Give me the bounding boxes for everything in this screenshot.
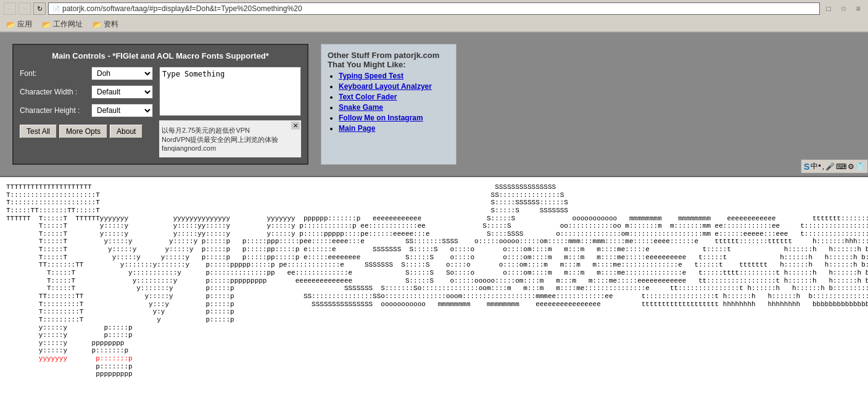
ascii-line-19: y:::::y p:::::p <box>6 324 133 331</box>
ascii-line-2: T:::::::::::::::::::::T SS::::::::::::::… <box>6 191 868 199</box>
font-row: Font: Doh <box>20 67 153 80</box>
char-height-row: Character Height : Default Full Fitted <box>20 104 153 117</box>
page-wrapper: TTTTTTTTTTTTTTTTTTTTT SSSSSSSSSSSSSSS <box>0 176 868 395</box>
page-icon: 📄 <box>52 6 60 12</box>
panel-title: Main Controls - *FIGlet and AOL Macro Fo… <box>20 51 301 60</box>
folder-icon-work: 📂 <box>42 20 51 29</box>
other-stuff-list: Typing Speed Test Keyboard Layout Analzy… <box>328 72 450 133</box>
bookmark-work-label: 工作网址 <box>53 19 83 30</box>
bookmark-data-label: 资料 <box>104 19 118 30</box>
ascii-line-5: TTTTTT T:::::T TTTTTTyyyyyyy yyyyyyyyyyy… <box>6 215 868 222</box>
ascii-line-8: T:::::T y:::::y y:::::y p:::::p p:::::pp… <box>6 238 868 245</box>
main-controls-panel: Main Controls - *FIGlet and AOL Macro Fo… <box>12 44 308 165</box>
instagram-link[interactable]: Follow Me on Instagram <box>339 114 423 122</box>
ascii-line-6: T:::::T y:::::y y:::::yy:::::y y:::::y p… <box>6 222 868 230</box>
ascii-line-20: y:::::y p:::::p <box>6 331 133 339</box>
other-stuff-panel: Other Stuff From patorjk.com That You Mi… <box>321 44 457 165</box>
ime-logo: S <box>804 162 809 172</box>
ascii-line-10: T:::::T y:::::y y:::::y p:::::p p:::::pp… <box>6 254 868 261</box>
ascii-line-14: T:::::T y:::::::y p:::::p SSSSSSS S:::::… <box>6 285 868 292</box>
font-label: Font: <box>20 69 88 78</box>
browser-right-icons: □ ☆ ≡ <box>822 2 864 15</box>
ascii-line-3: T:::::::::::::::::::::T S:::::SSSSSS::::… <box>6 199 868 206</box>
forward-button[interactable]: → <box>19 2 31 15</box>
main-page-link[interactable]: Main Page <box>339 124 375 133</box>
ascii-display: TTTTTTTTTTTTTTTTTTTTT SSSSSSSSSSSSSSS <box>0 176 868 386</box>
other-stuff-title: Other Stuff From patorjk.com That You Mi… <box>328 51 450 69</box>
folder-icon-data: 📂 <box>93 20 102 29</box>
more-opts-button[interactable]: More Opts <box>59 125 107 138</box>
browser-toolbar: ← → ↻ 📄 patorjk.com/software/taag/#p=dis… <box>0 0 868 17</box>
ascii-line-18: T:::::::::T y p:::::p <box>6 316 234 323</box>
keyboard-layout-link[interactable]: Keyboard Layout Analzyer <box>339 82 432 91</box>
font-select[interactable]: Doh <box>91 67 153 80</box>
ime-extra1[interactable]: 👕 <box>856 162 865 171</box>
controls-area: Font: Doh Character Width : Default Full… <box>20 67 301 157</box>
left-controls: Font: Doh Character Width : Default Full… <box>20 67 153 157</box>
ascii-line-1: TTTTTTTTTTTTTTTTTTTTT SSSSSSSSSSSSSSS <box>6 183 868 191</box>
address-bar[interactable]: 📄 patorjk.com/software/taag/#p=display&f… <box>48 2 820 15</box>
bookmark-work[interactable]: 📂 工作网址 <box>39 19 85 30</box>
char-width-row: Character Width : Default Full Fitted <box>20 85 153 99</box>
ascii-line-12: T:::::T y:::::::::::y p::::::::::::::pp … <box>6 269 868 276</box>
bookmarks-bar: 📂 应用 📂 工作网址 📂 资料 <box>0 17 868 32</box>
ascii-line-4: T:::::TT:::::::TT:::::T S:::::S SSSSSSS <box>6 207 868 214</box>
ascii-line-24: p:::::::p <box>6 363 133 370</box>
ascii-line-25: ppppppppp <box>6 370 133 378</box>
test-all-button[interactable]: Test All <box>20 125 57 138</box>
ascii-line-22: y:::::y p:::::::p <box>6 347 128 354</box>
ime-lang[interactable]: 中• <box>811 161 820 172</box>
ascii-line-16: T:::::::::T y:::y p:::::p SSSSSSSSSSSSSS… <box>6 301 868 308</box>
ad-text: 以每月2.75美元的超低价VPNNordVPN提供最安全的网上浏览的体验fanq… <box>159 123 281 154</box>
list-item-main: Main Page <box>339 124 450 133</box>
ime-mic[interactable]: 🎤 <box>825 162 835 171</box>
ime-settings[interactable]: ⚙ <box>848 162 854 171</box>
ascii-line-21: y:::::y pppppppp <box>6 339 124 347</box>
list-item-snake: Snake Game <box>339 103 450 112</box>
list-item-color: Text Color Fader <box>339 93 450 101</box>
refresh-button[interactable]: ↻ <box>33 2 46 15</box>
list-item-keyboard: Keyboard Layout Analzyer <box>339 82 450 91</box>
top-section: Main Controls - *FIGlet and AOL Macro Fo… <box>0 33 868 176</box>
char-width-label: Character Width : <box>20 88 88 96</box>
text-color-link[interactable]: Text Color Fader <box>339 93 397 101</box>
list-item-typing: Typing Speed Test <box>339 72 450 80</box>
screenshot-icon[interactable]: □ <box>822 2 835 15</box>
char-width-select[interactable]: Default Full Fitted <box>91 85 153 99</box>
button-row: Test All More Opts About <box>20 125 153 138</box>
browser-chrome: ← → ↻ 📄 patorjk.com/software/taag/#p=dis… <box>0 0 868 33</box>
char-height-select[interactable]: Default Full Fitted <box>91 104 153 117</box>
ime-punct[interactable]: , <box>822 162 824 171</box>
about-button[interactable]: About <box>110 125 143 138</box>
text-input-area: Type Something 以每月2.75美元的超低价VPNNordVPN提供… <box>159 67 301 157</box>
text-input[interactable]: Type Something <box>159 67 301 116</box>
char-height-label: Character Height : <box>20 106 88 115</box>
star-icon[interactable]: ☆ <box>837 2 849 15</box>
url-text: patorjk.com/software/taag/#p=display&f=D… <box>62 4 816 13</box>
ascii-line-7: T:::::T y:::::y y:::::yy:::::y y:::::y p… <box>6 230 868 238</box>
ad-close-button[interactable]: ✕ <box>291 122 300 130</box>
ascii-line-23: yyyyyyy p:::::::p <box>6 355 133 362</box>
ime-toolbar: S 中• , 🎤 ⌨ ⚙ 👕 <box>801 159 868 173</box>
ad-banner: 以每月2.75美元的超低价VPNNordVPN提供最安全的网上浏览的体验fanq… <box>159 120 301 157</box>
ascii-line-13: T:::::T y:::::::::y p:::::ppppppppp eeee… <box>6 277 868 285</box>
ascii-line-9: T:::::T y:::::y y:::::y p:::::p p:::::pp… <box>6 246 868 253</box>
ascii-line-17: T:::::::::T y:y p:::::p <box>6 308 234 315</box>
bookmark-data[interactable]: 📂 资料 <box>90 19 121 30</box>
typing-speed-link[interactable]: Typing Speed Test <box>339 72 403 80</box>
back-button[interactable]: ← <box>4 2 16 15</box>
ascii-line-11: TT:::::::TT y:::::::y:::::::y p:::::pppp… <box>6 261 868 268</box>
menu-icon[interactable]: ≡ <box>852 2 864 15</box>
bookmark-apps[interactable]: 📂 应用 <box>4 19 35 30</box>
ime-keyboard[interactable]: ⌨ <box>836 162 846 171</box>
bookmark-apps-label: 应用 <box>17 19 32 30</box>
ascii-line-15: TT:::::::TT y:::::y p:::::p SS::::::::::… <box>6 293 868 300</box>
folder-icon-apps: 📂 <box>6 20 15 29</box>
list-item-instagram: Follow Me on Instagram <box>339 114 450 122</box>
snake-game-link[interactable]: Snake Game <box>339 103 383 112</box>
